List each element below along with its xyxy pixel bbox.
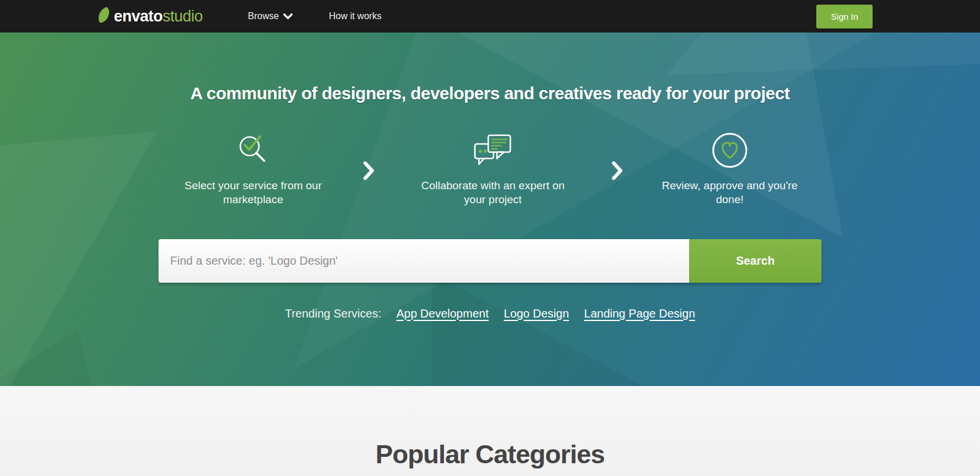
nav-links: Browse How it works bbox=[248, 11, 381, 21]
top-navbar: envatostudio Browse How it works Sign In bbox=[0, 0, 980, 33]
trending-services-label: Trending Services: bbox=[285, 307, 381, 320]
nav-browse[interactable]: Browse bbox=[248, 11, 293, 21]
popular-categories-title: Popular Categories bbox=[0, 386, 980, 470]
hero-section: A community of designers, developers and… bbox=[0, 33, 980, 386]
how-it-works-steps: Select your service from our marketplace bbox=[158, 130, 822, 207]
step-label: Select your service from our marketplace bbox=[175, 179, 332, 207]
trending-link-landing-page-design[interactable]: Landing Page Design bbox=[584, 307, 695, 320]
nav-how-it-works[interactable]: How it works bbox=[329, 11, 381, 21]
nav-browse-label: Browse bbox=[248, 11, 279, 21]
step-select-service: Select your service from our marketplace bbox=[163, 130, 343, 207]
logo-word-envato: envato bbox=[114, 8, 163, 26]
search-button[interactable]: Search bbox=[689, 239, 822, 283]
step-collaborate: Collaborate with an expert on your proje… bbox=[394, 130, 592, 207]
chevron-right-icon bbox=[343, 130, 394, 180]
trending-link-logo-design[interactable]: Logo Design bbox=[504, 307, 569, 320]
service-search-bar: Search bbox=[158, 239, 822, 283]
magnifier-check-icon bbox=[235, 130, 271, 171]
heart-circle-icon bbox=[711, 130, 748, 171]
hero-search-row: Search bbox=[158, 239, 822, 283]
logo-word-studio: studio bbox=[163, 8, 203, 26]
step-label: Review, approve and you're done! bbox=[651, 179, 808, 207]
popular-categories-section: Popular Categories bbox=[0, 386, 980, 476]
envato-studio-logo[interactable]: envatostudio bbox=[98, 6, 203, 26]
step-label: Collaborate with an expert on your proje… bbox=[415, 179, 571, 207]
envato-leaf-icon bbox=[98, 6, 110, 26]
chat-bubbles-icon bbox=[473, 130, 513, 171]
step-review-approve: Review, approve and you're done! bbox=[643, 130, 817, 207]
chevron-right-icon bbox=[592, 130, 643, 180]
trending-services: Trending Services: App Development Logo … bbox=[158, 307, 822, 320]
trending-link-app-development[interactable]: App Development bbox=[397, 307, 489, 320]
sign-in-button[interactable]: Sign In bbox=[816, 5, 873, 28]
hero-headline: A community of designers, developers and… bbox=[158, 33, 822, 103]
nav-how-it-works-label: How it works bbox=[329, 11, 381, 21]
service-search-input[interactable] bbox=[158, 239, 689, 283]
chevron-down-icon bbox=[283, 13, 293, 20]
